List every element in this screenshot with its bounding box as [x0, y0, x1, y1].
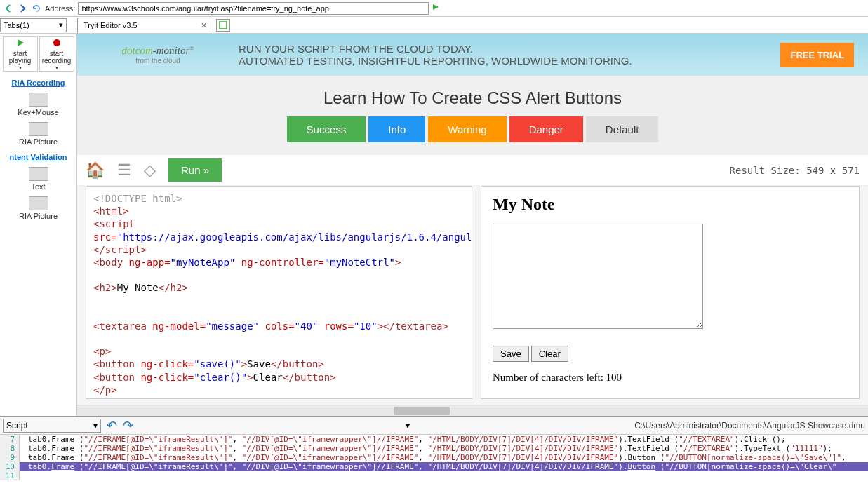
result-heading: My Note	[493, 195, 848, 214]
banner-line1: RUN YOUR SCRIPT FROM THE CLOUD TODAY.	[239, 43, 780, 55]
save-button[interactable]: Save	[493, 346, 529, 362]
start-playing-button[interactable]: start playing ▾	[3, 36, 38, 72]
picture-icon	[29, 122, 48, 136]
ria-picture-tool-2[interactable]: RIA Picture	[0, 196, 76, 220]
tab-label: Tryit Editor v3.5	[84, 21, 138, 29]
chars-left: Number of characters left: 100	[493, 372, 848, 384]
nav-back-icon[interactable]	[3, 3, 14, 14]
address-label: Address:	[45, 4, 75, 13]
danger-button[interactable]: Danger	[509, 116, 583, 142]
ria-picture-tool-1[interactable]: RIA Picture	[0, 122, 76, 146]
content-validation-heading[interactable]: ntent Validation	[0, 153, 76, 161]
keyboard-icon	[29, 93, 48, 107]
collapse-icon[interactable]: ▾	[406, 421, 410, 431]
close-icon[interactable]: ✕	[201, 21, 207, 30]
svg-point-1	[53, 39, 60, 46]
start-recording-button[interactable]: start recording ▾	[39, 36, 74, 72]
nav-forward-icon[interactable]	[17, 3, 28, 14]
info-button[interactable]: Info	[368, 116, 425, 142]
address-input[interactable]	[78, 2, 429, 15]
free-trial-button[interactable]: FREE TRIAL	[780, 43, 854, 67]
key-mouse-tool[interactable]: Key+Mouse	[0, 93, 76, 116]
undo-icon[interactable]: ↶	[107, 418, 117, 433]
redo-icon[interactable]: ↷	[123, 418, 133, 433]
promo-section: Learn How To Create CSS Alert Buttons Su…	[77, 76, 868, 155]
ria-recording-heading[interactable]: RIA Recording	[0, 79, 76, 87]
go-icon[interactable]	[432, 3, 443, 14]
script-dropdown[interactable]: Script▾	[3, 419, 101, 433]
code-editor[interactable]: <!DOCTYPE html> <html> <script src="http…	[86, 186, 472, 399]
text-icon	[29, 167, 48, 181]
file-path: C:\Users\Administrator\Documents\Angular…	[634, 421, 865, 431]
refresh-icon[interactable]	[31, 3, 42, 14]
banner-logo: dotcom-monitor® from the cloud	[91, 45, 225, 65]
message-textarea[interactable]	[493, 224, 703, 329]
banner: dotcom-monitor® from the cloud RUN YOUR …	[77, 34, 868, 76]
success-button[interactable]: Success	[287, 116, 366, 142]
record-icon	[52, 38, 62, 50]
promo-title: Learn How To Create CSS Alert Buttons	[133, 88, 812, 108]
menu-icon[interactable]: ☰	[117, 161, 131, 180]
horizontal-scrollbar[interactable]	[77, 405, 868, 416]
home-icon[interactable]: 🏠	[86, 161, 105, 180]
script-lines[interactable]: 7tab0.Frame ("//IFRAME[@ID=\"iframeResul…	[0, 435, 868, 486]
picture-icon	[29, 196, 48, 210]
svg-rect-0	[220, 22, 227, 29]
tabs-dropdown[interactable]: Tabs(1)▾	[0, 18, 67, 32]
warning-button[interactable]: Warning	[428, 116, 506, 142]
tab-active[interactable]: Tryit Editor v3.5 ✕	[77, 18, 213, 33]
run-button[interactable]: Run »	[168, 158, 222, 182]
tabs-row: Tabs(1)▾ Tryit Editor v3.5 ✕	[0, 17, 868, 34]
result-size: Result Size: 549 x 571	[730, 165, 860, 176]
banner-line2: AUTOMATED TESTING, INSIGHTFUL REPORTING,…	[239, 55, 780, 67]
result-pane: My Note Save Clear Number of characters …	[481, 186, 860, 399]
play-icon	[15, 38, 25, 50]
clear-button[interactable]: Clear	[531, 346, 568, 362]
default-button[interactable]: Default	[586, 116, 659, 142]
sidebar: start playing ▾ start recording ▾ RIA Re…	[0, 34, 77, 416]
script-panel: Script▾ ↶ ↷ ▾ C:\Users\Administrator\Doc…	[0, 416, 868, 486]
address-bar: Address:	[0, 0, 868, 17]
editor-toolbar: 🏠 ☰ ◇ Run » Result Size: 549 x 571	[77, 155, 868, 186]
text-tool[interactable]: Text	[0, 167, 76, 191]
new-tab-icon[interactable]	[216, 19, 230, 32]
rotate-icon[interactable]: ◇	[144, 161, 156, 180]
